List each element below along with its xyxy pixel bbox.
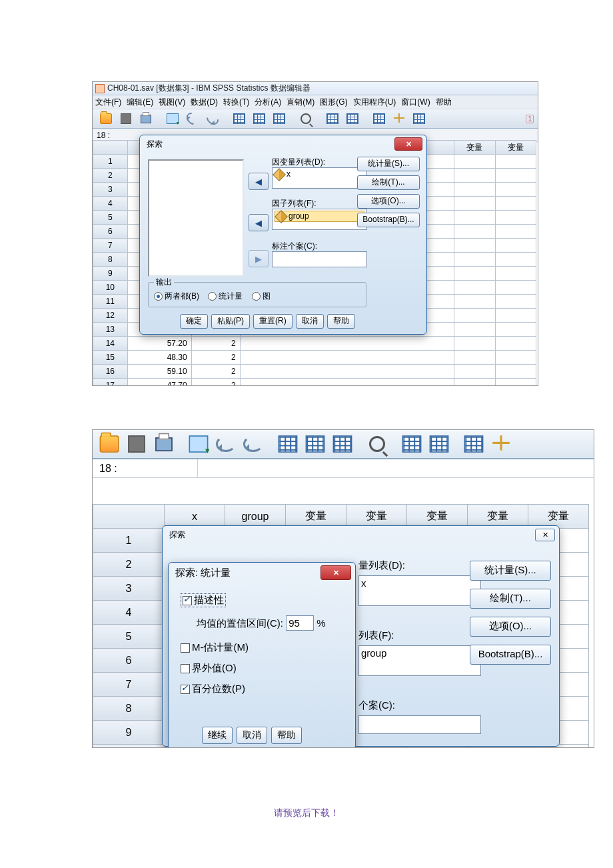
dialog-titlebar[interactable]: 探索 ✕ bbox=[163, 526, 559, 543]
cancel-button[interactable]: 取消 bbox=[237, 727, 267, 744]
print-icon[interactable] bbox=[151, 433, 177, 455]
cell[interactable]: 57.20 bbox=[127, 337, 191, 351]
row-header[interactable]: 14 bbox=[93, 337, 128, 351]
statistics-button[interactable]: 统计量(S)... bbox=[357, 157, 420, 171]
output-plots-radio[interactable]: 图 bbox=[252, 291, 271, 302]
menu-edit[interactable]: 编辑(E) bbox=[127, 97, 153, 108]
row-header[interactable]: 10 bbox=[93, 745, 165, 749]
print-icon[interactable] bbox=[137, 111, 155, 127]
row-header[interactable]: 1 bbox=[93, 155, 128, 169]
row-header[interactable]: 8 bbox=[93, 697, 165, 721]
find-icon[interactable] bbox=[364, 433, 390, 455]
save-icon[interactable] bbox=[117, 111, 135, 127]
row-header[interactable]: 17 bbox=[93, 379, 128, 386]
outliers-checkbox[interactable]: 界外值(O) bbox=[181, 662, 336, 675]
factor-list[interactable]: group bbox=[272, 209, 367, 230]
label-cases-list[interactable] bbox=[358, 715, 481, 734]
menu-utility[interactable]: 实用程序(U) bbox=[353, 97, 396, 108]
goto-var-icon[interactable] bbox=[303, 433, 328, 455]
row-header[interactable]: 6 bbox=[93, 225, 128, 239]
bootstrap-button[interactable]: Bootstrap(B)... bbox=[470, 645, 551, 665]
menubar[interactable]: 文件(F) 编辑(E) 视图(V) 数据(D) 转换(T) 分析(A) 直销(M… bbox=[93, 95, 538, 109]
row-header[interactable]: 9 bbox=[93, 267, 128, 281]
menu-graph[interactable]: 图形(G) bbox=[320, 97, 347, 108]
split-file-icon[interactable] bbox=[343, 111, 362, 127]
row-header[interactable]: 4 bbox=[93, 601, 165, 625]
plots-button[interactable]: 绘制(T)... bbox=[470, 589, 551, 609]
open-icon[interactable] bbox=[97, 433, 122, 455]
save-icon[interactable] bbox=[124, 433, 149, 455]
goto-case-icon[interactable] bbox=[275, 433, 301, 455]
cell[interactable]: 59.10 bbox=[127, 365, 191, 379]
options-button[interactable]: 选项(O)... bbox=[470, 617, 551, 637]
scale-icon[interactable] bbox=[390, 111, 408, 127]
row-header[interactable]: 7 bbox=[93, 673, 165, 697]
menu-marketing[interactable]: 直销(M) bbox=[287, 97, 314, 108]
row-header[interactable]: 8 bbox=[93, 253, 128, 267]
row-header[interactable]: 3 bbox=[93, 577, 165, 601]
bootstrap-button[interactable]: Bootstrap(B)... bbox=[357, 213, 420, 227]
help-button[interactable]: 帮助 bbox=[271, 727, 302, 744]
weight-icon[interactable] bbox=[461, 433, 486, 455]
scale-icon[interactable] bbox=[488, 433, 514, 455]
menu-transform[interactable]: 转换(T) bbox=[223, 97, 249, 108]
goto-var-icon[interactable] bbox=[250, 111, 269, 127]
close-icon[interactable]: ✕ bbox=[320, 565, 351, 580]
row-header[interactable]: 15 bbox=[93, 351, 128, 365]
ci-value-input[interactable] bbox=[286, 615, 314, 631]
undo-icon[interactable] bbox=[183, 111, 202, 127]
row-header[interactable]: 11 bbox=[93, 295, 128, 309]
move-dependent-button[interactable]: ◀ bbox=[249, 173, 269, 190]
dialog-titlebar[interactable]: 探索 ✕ bbox=[140, 135, 426, 153]
m-estimators-checkbox[interactable]: M-估计量(M) bbox=[181, 641, 336, 654]
row-header[interactable]: 9 bbox=[93, 721, 165, 745]
undo-icon[interactable] bbox=[213, 433, 239, 455]
ok-button[interactable]: 确定 bbox=[180, 314, 208, 329]
move-factor-button[interactable]: ◀ bbox=[249, 214, 269, 231]
cell[interactable]: 47.70 bbox=[127, 379, 191, 386]
reset-button[interactable]: 重置(R) bbox=[253, 314, 293, 329]
insert-case-icon[interactable] bbox=[399, 433, 424, 455]
row-header[interactable]: 5 bbox=[93, 211, 128, 225]
open-icon[interactable] bbox=[97, 111, 115, 127]
close-icon[interactable]: ✕ bbox=[535, 529, 555, 541]
menu-view[interactable]: 视图(V) bbox=[159, 97, 185, 108]
redo-icon[interactable] bbox=[241, 433, 266, 455]
factor-list[interactable]: group bbox=[358, 645, 481, 676]
redo-icon[interactable] bbox=[203, 111, 222, 127]
output-stats-radio[interactable]: 统计量 bbox=[208, 291, 243, 302]
menu-help[interactable]: 帮助 bbox=[436, 97, 452, 108]
label-cases-list[interactable] bbox=[272, 251, 367, 267]
statistics-button[interactable]: 统计量(S)... bbox=[470, 561, 551, 581]
find-icon[interactable] bbox=[297, 111, 315, 127]
menu-file[interactable]: 文件(F) bbox=[95, 97, 121, 108]
value-labels-icon[interactable] bbox=[410, 111, 428, 127]
recall-icon[interactable] bbox=[163, 111, 182, 127]
row-header[interactable]: 1 bbox=[93, 529, 165, 553]
menu-data[interactable]: 数据(D) bbox=[191, 97, 218, 108]
menu-window[interactable]: 窗口(W) bbox=[401, 97, 430, 108]
dialog-titlebar[interactable]: 探索: 统计量 ✕ bbox=[169, 563, 355, 583]
row-header[interactable]: 12 bbox=[93, 309, 128, 323]
row-header[interactable]: 2 bbox=[93, 169, 128, 183]
descriptives-checkbox[interactable]: 描述性 bbox=[181, 593, 226, 607]
goto-case-icon[interactable] bbox=[230, 111, 249, 127]
row-header[interactable]: 10 bbox=[93, 281, 128, 295]
split-file-icon[interactable] bbox=[426, 433, 452, 455]
col-var1[interactable]: 变量 bbox=[454, 141, 495, 155]
insert-case-icon[interactable] bbox=[323, 111, 342, 127]
plots-button[interactable]: 绘制(T)... bbox=[357, 175, 420, 190]
cell[interactable]: 2 bbox=[191, 379, 240, 386]
row-header[interactable]: 13 bbox=[93, 323, 128, 337]
options-button[interactable]: 选项(O)... bbox=[357, 194, 420, 209]
continue-button[interactable]: 继续 bbox=[202, 727, 233, 744]
cell[interactable]: 2 bbox=[191, 337, 240, 351]
cancel-button[interactable]: 取消 bbox=[296, 314, 324, 329]
vars-icon[interactable] bbox=[270, 111, 289, 127]
vars-icon[interactable] bbox=[330, 433, 355, 455]
help-button[interactable]: 帮助 bbox=[327, 314, 355, 329]
row-header[interactable]: 3 bbox=[93, 183, 128, 197]
close-icon[interactable]: ✕ bbox=[394, 137, 422, 151]
cell[interactable]: 2 bbox=[191, 365, 240, 379]
dependent-list[interactable]: x bbox=[272, 167, 367, 189]
